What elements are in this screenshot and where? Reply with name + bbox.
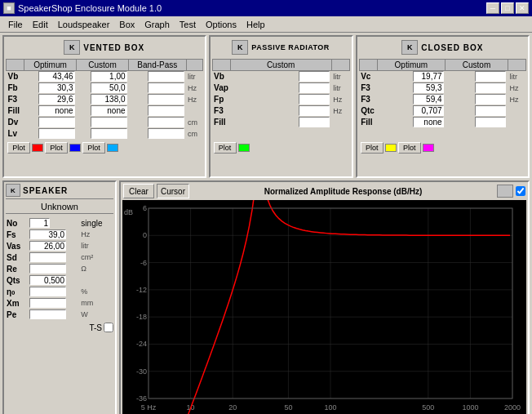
closed-f3b-opt[interactable] [413, 94, 444, 105]
cursor-button[interactable]: Cursor [157, 184, 189, 198]
graph-checkbox[interactable] [516, 186, 525, 196]
f3-optimum[interactable] [38, 94, 75, 105]
table-row: Vap litr [212, 82, 349, 94]
sp-vas[interactable] [29, 241, 66, 251]
menu-loudspeaker[interactable]: Loudspeaker [53, 19, 115, 30]
enclosure-section: K VENTED BOX Optimum Custom Band-Pass Vb [2, 35, 530, 178]
clear-button[interactable]: Clear [123, 184, 154, 198]
ts-checkbox[interactable] [104, 323, 113, 332]
qtc-cust[interactable] [475, 105, 506, 116]
fill-bp[interactable] [148, 105, 184, 116]
list-item: Re Ω [6, 263, 113, 274]
vented-plot-optimum[interactable]: Plot [7, 142, 30, 154]
menu-edit[interactable]: Edit [28, 19, 53, 30]
vented-plot-bp[interactable]: Plot [82, 142, 105, 154]
sp-sd[interactable] [29, 252, 66, 262]
fb-optimum[interactable] [38, 82, 75, 93]
closed-f3a-cust[interactable] [475, 82, 506, 93]
table-row: Qtc [359, 105, 525, 117]
lv-bp[interactable] [148, 128, 184, 139]
table-row: Fill [212, 117, 349, 128]
closed-fill-opt[interactable] [413, 117, 444, 127]
passive-title: PASSIVE RADIATOR [251, 43, 330, 51]
vc-custom[interactable] [475, 71, 506, 82]
graph-icon [497, 185, 513, 198]
closed-plot-row: Plot Plot [359, 142, 526, 154]
vented-col-custom: Custom [77, 60, 129, 71]
closed-plot-custom[interactable]: Plot [398, 142, 421, 154]
dv-custom[interactable] [91, 117, 127, 127]
menu-graph[interactable]: Graph [140, 19, 175, 30]
menu-box[interactable]: Box [114, 19, 140, 30]
sp-qts[interactable] [29, 275, 66, 285]
fill-custom[interactable] [91, 105, 127, 116]
table-row: F3 Hz [359, 94, 525, 105]
vented-plot-custom[interactable]: Plot [45, 142, 68, 154]
passive-plot-btn[interactable]: Plot [214, 142, 237, 154]
passive-col-custom: Custom [230, 60, 331, 71]
graph-title: Normalized Amplitude Response (dB/Hz) [192, 187, 494, 196]
passive-radiator-panel: K PASSIVE RADIATOR Custom Vb litr [209, 35, 353, 178]
vb-bp[interactable] [148, 71, 184, 82]
pr-vb[interactable] [299, 71, 330, 82]
table-row: Fb Hz [7, 82, 203, 94]
qtc-opt[interactable] [413, 105, 444, 116]
table-row: Fill [359, 117, 525, 128]
lv-custom[interactable] [91, 128, 127, 139]
closed-f3a-opt[interactable] [413, 82, 444, 93]
table-row: Fp Hz [212, 94, 349, 105]
fb-custom[interactable] [91, 82, 127, 93]
sp-eta0[interactable] [29, 287, 66, 296]
closed-plot-optimum[interactable]: Plot [361, 142, 383, 154]
graph-toolbar: Clear Cursor Normalized Amplitude Respon… [121, 182, 528, 200]
sp-xm[interactable] [29, 298, 66, 308]
list-item: Xm mm [6, 297, 113, 309]
pr-fp[interactable] [299, 94, 330, 105]
vb-custom[interactable] [91, 71, 127, 82]
table-row: Vc litr [359, 71, 525, 82]
speaker-params-table: No single Fs Hz Vas litr [6, 217, 113, 320]
fill-optimum[interactable] [38, 105, 75, 116]
f3-custom[interactable] [91, 94, 127, 105]
pr-vap[interactable] [299, 82, 330, 93]
list-item: Pe W [6, 309, 113, 320]
pr-fill[interactable] [299, 117, 330, 127]
list-item: η₀ % [6, 286, 113, 297]
fb-bp[interactable] [148, 82, 184, 93]
table-row: F3 Hz [7, 94, 203, 105]
sp-no[interactable] [29, 218, 50, 228]
vc-optimum[interactable] [413, 71, 444, 82]
closed-plot-color-opt [385, 144, 397, 152]
table-row: Dv cm [7, 117, 203, 128]
menu-help[interactable]: Help [242, 19, 270, 30]
lv-optimum[interactable] [38, 128, 75, 139]
vented-col-optimum: Optimum [24, 60, 77, 71]
sp-fs[interactable] [29, 229, 66, 239]
table-row: Vb litr [7, 71, 203, 82]
table-row: Vb litr [212, 71, 349, 82]
close-button[interactable]: ✕ [516, 2, 529, 14]
maximize-button[interactable]: □ [501, 2, 514, 14]
pr-f3[interactable] [299, 105, 330, 116]
vented-plot-color-bp [107, 144, 118, 152]
vb-optimum[interactable] [38, 71, 75, 82]
minimize-button[interactable]: ─ [486, 2, 499, 14]
vented-plot-color-custom [69, 144, 81, 152]
closed-f3b-cust[interactable] [475, 94, 506, 105]
closed-fill-cust[interactable] [475, 117, 506, 127]
bottom-section: K SPEAKER Unknown No single Fs Hz [2, 180, 530, 414]
closed-col-optimum: Optimum [377, 60, 445, 71]
passive-table: Custom Vb litr Vap litr [212, 59, 350, 140]
sp-pe[interactable] [29, 309, 66, 319]
list-item: No single [6, 217, 113, 229]
vented-title: VENTED BOX [83, 43, 144, 52]
menu-test[interactable]: Test [175, 19, 201, 30]
dv-optimum[interactable] [38, 117, 75, 127]
dv-bp[interactable] [148, 117, 184, 127]
f3-bp[interactable] [148, 94, 184, 105]
table-row: Lv cm [7, 128, 203, 140]
menu-file[interactable]: File [3, 19, 28, 30]
menu-options[interactable]: Options [201, 19, 242, 30]
sp-re[interactable] [29, 264, 66, 274]
menu-bar: File Edit Loudspeaker Box Graph Test Opt… [0, 16, 532, 33]
